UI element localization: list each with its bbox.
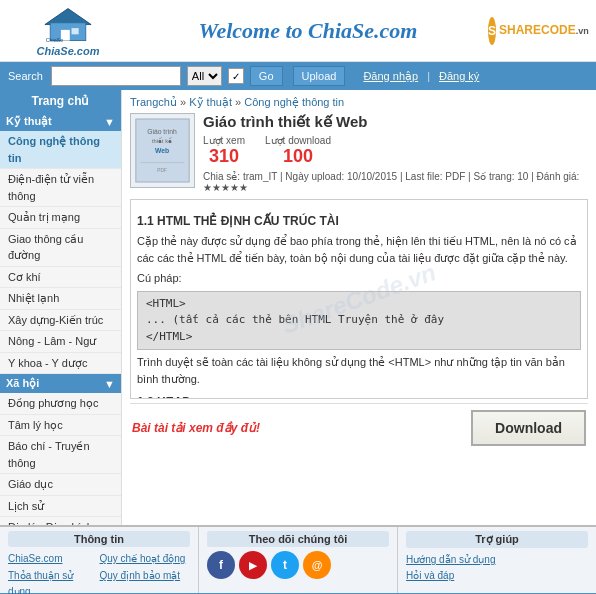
download-text: Bài tài tải xem đầy đủ!: [132, 421, 260, 435]
sidebar-item-dldc[interactable]: Địa lý - Địa chính: [0, 517, 121, 525]
svg-text:Web: Web: [155, 147, 169, 154]
sidebar-section-kyThuat-label: Kỹ thuật: [6, 115, 52, 128]
sidebar-item-yd[interactable]: Y khoa - Y dược: [0, 353, 121, 375]
section-2-title: 1.2 HEAD: [137, 393, 581, 399]
code-line-3: </HTML>: [146, 329, 572, 346]
svg-text:Giáo trình: Giáo trình: [147, 128, 177, 135]
breadcrumb-home[interactable]: Trangchủ: [130, 96, 177, 108]
sidebar-section-xaHoi-label: Xã hội: [6, 377, 39, 390]
social-email[interactable]: @: [303, 551, 331, 579]
sidebar-item-ls[interactable]: Lịch sử: [0, 496, 121, 518]
footer-thoathuan[interactable]: Thỏa thuận sử dụng: [8, 568, 99, 594]
sharecode-logo: S SHARECODE.vn: [488, 17, 588, 45]
register-link[interactable]: Đăng ký: [439, 70, 479, 82]
footer-qdinh[interactable]: Quy định bảo mật: [100, 568, 191, 594]
download-area: Bài tài tải xem đầy đủ! Download: [130, 403, 588, 450]
sidebar-section-kyThuat[interactable]: Kỹ thuật ▼: [0, 112, 121, 131]
article-title: Giáo trình thiết kế Web: [203, 113, 588, 131]
sidebar-item-ck[interactable]: Cơ khí: [0, 267, 121, 289]
sidebar-item-cntt[interactable]: Công nghệ thông tin: [0, 131, 121, 169]
meta-pages: Số trang: 10: [473, 171, 528, 182]
stat-view-label: Lượt xem: [203, 135, 245, 146]
svg-text:ChiaSe: ChiaSe: [46, 37, 64, 43]
sidebar-item-qtm[interactable]: Quản trị mạng: [0, 207, 121, 229]
stat-download-value: 100: [265, 146, 331, 167]
sharecode-icon: S: [488, 17, 496, 45]
welcome-area: Welcome to ChiaSe.com: [128, 18, 488, 44]
upload-button[interactable]: Upload: [293, 66, 346, 86]
footer-info: Thông tin ChiaSe.com Quy chế hoạt động T…: [0, 527, 199, 593]
breadcrumb-section[interactable]: Kỹ thuật: [189, 96, 232, 108]
search-input[interactable]: [51, 66, 181, 86]
stat-download-label: Lượt download: [265, 135, 331, 146]
go-button[interactable]: Go: [250, 66, 283, 86]
stat-views: Lượt xem 310: [203, 135, 245, 167]
breadcrumb-sep2: »: [235, 96, 241, 108]
sidebar-item-dtvt[interactable]: Điện-điện tử viễn thông: [0, 169, 121, 207]
thumbnail-image: Giáo trình thiết kế Web PDF: [131, 113, 194, 188]
navbar: Search All ✓ Go Upload Đăng nhập | Đăng …: [0, 62, 596, 90]
sharecode-brand-text: SHARECODE: [499, 23, 576, 37]
content-body: ShareCode.vn 1.1 HTML THẺ ĐỊNH CẤU TRÚC …: [130, 199, 588, 399]
code-line-1: <HTML>: [146, 296, 572, 313]
sidebar-item-dph[interactable]: Đồng phương học: [0, 393, 121, 415]
download-button[interactable]: Download: [471, 410, 586, 446]
code-block-1: <HTML> ... (tất cả các thẻ bên HTML Truy…: [137, 291, 581, 351]
article-header: Giáo trình thiết kế Web PDF Giáo trình t…: [130, 113, 588, 193]
main: Trang chủ Kỹ thuật ▼ Công nghệ thông tin…: [0, 90, 596, 525]
search-checkbox[interactable]: ✓: [228, 68, 244, 84]
header: ChiaSe ChiaSe.com Welcome to ChiaSe.com …: [0, 0, 596, 62]
meta-filetype: Last file: PDF: [405, 171, 465, 182]
footer-qche[interactable]: Quy chế hoạt động: [100, 551, 191, 567]
sidebar: Trang chủ Kỹ thuật ▼ Công nghệ thông tin…: [0, 90, 122, 525]
sharecode-name: SHARECODE.vn: [499, 23, 589, 37]
svg-text:PDF: PDF: [157, 168, 167, 173]
code-line-2: ... (tất cả các thẻ bên HTML Truyện thẻ …: [146, 312, 572, 329]
breadcrumb: Trangchủ » Kỹ thuật » Công nghệ thông ti…: [130, 96, 588, 109]
breadcrumb-subsection[interactable]: Công nghệ thông tin: [244, 96, 344, 108]
footer-social: Theo dõi chúng tôi f ▶ t @: [199, 527, 398, 593]
sidebar-home[interactable]: Trang chủ: [0, 90, 121, 112]
social-facebook[interactable]: f: [207, 551, 235, 579]
sidebar-item-nln[interactable]: Nông - Lâm - Ngư: [0, 331, 121, 353]
footer-info-title: Thông tin: [8, 531, 190, 547]
sidebar-item-gd[interactable]: Giáo dục: [0, 474, 121, 496]
stat-view-value: 310: [203, 146, 245, 167]
footer-chiase[interactable]: ChiaSe.com: [8, 551, 99, 567]
meta-date: Ngày upload: 10/10/2015: [285, 171, 397, 182]
section-1-title: 1.1 HTML THẺ ĐỊNH CẤU TRÚC TÀI: [137, 212, 581, 230]
logo-area: ChiaSe ChiaSe.com: [8, 5, 128, 57]
sidebar-item-nl[interactable]: Nhiệt lạnh: [0, 288, 121, 310]
footer-social-title: Theo dõi chúng tôi: [207, 531, 389, 547]
logo-text: ChiaSe.com: [37, 45, 100, 57]
meta-author: Chia sẻ: tram_IT: [203, 171, 277, 182]
footer: Thông tin ChiaSe.com Quy chế hoạt động T…: [0, 525, 596, 593]
syntax-label-1: Cú pháp:: [137, 270, 581, 287]
nav-sep2: |: [427, 70, 430, 82]
article-meta: Chia sẻ: tram_IT | Ngày upload: 10/10/20…: [203, 171, 588, 193]
sharecode-domain: .vn: [576, 26, 589, 36]
sidebar-item-tlh[interactable]: Tâm lý học: [0, 415, 121, 437]
article-stats: Lượt xem 310 Lượt download 100: [203, 135, 588, 167]
footer-help-faq[interactable]: Hỏi và đáp: [406, 568, 588, 584]
search-select[interactable]: All: [187, 66, 222, 86]
article-thumbnail: Giáo trình thiết kế Web PDF: [130, 113, 195, 188]
sidebar-item-gtcd[interactable]: Giao thông cầu đường: [0, 229, 121, 267]
svg-marker-0: [45, 8, 91, 24]
svg-text:thiết kế: thiết kế: [152, 137, 172, 144]
footer-help-title: Trợ giúp: [406, 531, 588, 548]
footer-social-icons: f ▶ t @: [207, 551, 389, 579]
section-1-para1: Cặp thẻ này được sử dụng để bao phía tro…: [137, 233, 581, 266]
sidebar-item-bctm[interactable]: Báo chí - Truyền thông: [0, 436, 121, 474]
social-youtube[interactable]: ▶: [239, 551, 267, 579]
login-link[interactable]: Đăng nhập: [363, 70, 418, 83]
footer-help: Trợ giúp Hướng dẫn sử dụng Hỏi và đáp: [398, 527, 596, 593]
search-label: Search: [8, 70, 43, 82]
chevron-down-icon2: ▼: [104, 378, 115, 390]
sidebar-item-xd[interactable]: Xây dựng-Kiến trúc: [0, 310, 121, 332]
content-area: Trangchủ » Kỹ thuật » Công nghệ thông ti…: [122, 90, 596, 525]
footer-help-guide[interactable]: Hướng dẫn sử dụng: [406, 552, 588, 568]
social-twitter[interactable]: t: [271, 551, 299, 579]
section-1-para2: Trình duyệt sẽ toàn các tài liệu không s…: [137, 354, 581, 387]
sidebar-section-xaHoi[interactable]: Xã hội ▼: [0, 374, 121, 393]
